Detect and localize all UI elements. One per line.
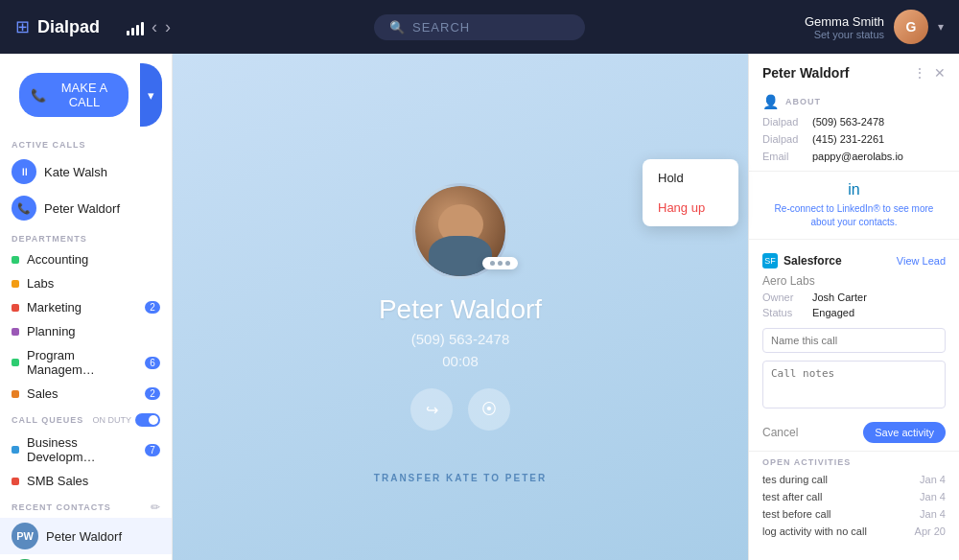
queue-business-dev[interactable]: Business Developm… 7 [0, 431, 172, 469]
call-name-input[interactable] [762, 328, 946, 353]
user-name: Gemma Smith [805, 14, 884, 29]
sf-status-value: Engaged [812, 307, 854, 318]
bar2 [131, 28, 134, 35]
labs-label: Labs [27, 276, 160, 291]
labs-dot [12, 280, 19, 288]
panel-title: Peter Waldorf [762, 65, 850, 81]
panel-actions: ⋮ ✕ [913, 65, 946, 81]
hangup-option[interactable]: Hang up [643, 193, 738, 222]
voicemail-button[interactable]: ⦿ [468, 388, 510, 431]
dept-accounting[interactable]: Accounting [0, 247, 172, 271]
active-call-kate[interactable]: ⏸ Kate Walsh [0, 153, 172, 190]
sf-owner-value: Josh Carter [812, 292, 867, 303]
dot3 [505, 261, 510, 266]
save-activity-button[interactable]: Save activity [863, 422, 946, 443]
edit-contacts-icon[interactable]: ✏ [151, 501, 160, 514]
right-panel: Peter Waldorf ⋮ ✕ 👤 ABOUT Dialpad (509) … [748, 54, 959, 560]
main-layout: 📞 MAKE A CALL ▾ ACTIVE CALLS ⏸ Kate Wals… [0, 54, 959, 560]
options-bubble[interactable] [482, 257, 518, 269]
dept-planning[interactable]: Planning [0, 319, 172, 343]
activity-row-3: test before call Jan 4 [749, 505, 959, 523]
forward-button[interactable]: › [165, 17, 171, 37]
caller-number: (509) 563-2478 [411, 331, 510, 347]
dot2 [498, 261, 503, 266]
transfer-button[interactable]: ↪ [410, 388, 453, 431]
linkedin-section: in Re-connect to LinkedIn® to see more a… [749, 171, 959, 240]
salesforce-title: Salesforce [784, 254, 842, 268]
business-dev-label: Business Developm… [27, 435, 137, 464]
active-calls-label: ACTIVE CALLS [0, 132, 172, 153]
call-notes-input[interactable] [762, 361, 946, 408]
search-bar[interactable]: 🔍 SEARCH [374, 14, 585, 40]
activity-date-2: Jan 4 [920, 491, 946, 502]
pause-icon: ⏸ [12, 159, 36, 184]
call-timer: 00:08 [442, 353, 479, 369]
activity-name-1: tes during call [762, 474, 828, 485]
marketing-badge: 2 [145, 301, 160, 314]
dialpad-value-1: (509) 563-2478 [812, 116, 884, 128]
planning-label: Planning [27, 324, 160, 338]
dept-labs[interactable]: Labs [0, 271, 172, 295]
activity-row-1: tes during call Jan 4 [749, 471, 959, 488]
recent-contacts-label: RECENT CONTACTS [12, 502, 111, 512]
sidebar: 📞 MAKE A CALL ▾ ACTIVE CALLS ⏸ Kate Wals… [0, 54, 173, 560]
make-call-label: MAKE A CALL [52, 81, 117, 109]
dept-sales[interactable]: Sales 2 [0, 382, 172, 406]
contact-peter-waldorf[interactable]: PW Peter Waldorf [0, 518, 172, 554]
accounting-dot [12, 256, 19, 264]
open-activities-label: OPEN ACTIVITIES [749, 451, 959, 471]
logo-area: ⊞ Dialpad [15, 16, 100, 37]
peter-avatar: PW [12, 523, 38, 549]
call-queues-header: CALL QUEUES ON DUTY [0, 406, 172, 431]
marketing-dot [12, 304, 19, 312]
search-icon: 🔍 [389, 20, 405, 35]
chevron-down-icon[interactable]: ▾ [938, 20, 944, 34]
more-options-icon[interactable]: ⋮ [913, 65, 926, 81]
back-button[interactable]: ‹ [152, 17, 157, 37]
activity-btn-row: Cancel Save activity [749, 418, 959, 451]
hold-option[interactable]: Hold [643, 163, 738, 193]
avatar[interactable]: G [894, 10, 928, 44]
top-nav: ⊞ Dialpad ‹ › 🔍 SEARCH Gemma Smith Set y… [0, 0, 959, 54]
activity-date-1: Jan 4 [920, 474, 946, 485]
dot1 [490, 261, 495, 266]
marketing-label: Marketing [27, 300, 137, 315]
sf-title-area: SF Salesforce [762, 253, 842, 268]
linkedin-icon: in [762, 181, 946, 198]
dialpad-row-1: Dialpad (509) 563-2478 [749, 113, 959, 130]
panel-header: Peter Waldorf ⋮ ✕ [749, 54, 959, 88]
make-call-dropdown[interactable]: ▾ [140, 63, 162, 127]
dialpad-label-1: Dialpad [762, 116, 805, 128]
peter-contact-name: Peter Waldorf [46, 529, 122, 544]
business-dev-dot [12, 446, 19, 454]
dialpad-label-2: Dialpad [762, 133, 805, 145]
view-lead-link[interactable]: View Lead [897, 255, 946, 267]
dept-marketing[interactable]: Marketing 2 [0, 295, 172, 319]
planning-dot [12, 328, 19, 336]
email-row: Email pappy@aerolabs.io [749, 148, 959, 165]
dept-program-management[interactable]: Program Managem… 6 [0, 343, 172, 382]
queue-smb-sales[interactable]: SMB Sales [0, 469, 172, 493]
person-icon: 👤 [762, 94, 780, 109]
cancel-button[interactable]: Cancel [762, 426, 798, 439]
bar4 [141, 22, 144, 35]
activity-row-4: log activity with no call Apr 20 [749, 523, 959, 540]
call-avatar-container [412, 183, 508, 279]
program-mgmt-badge: 6 [145, 357, 160, 369]
on-duty-toggle[interactable] [135, 413, 160, 427]
email-label: Email [762, 151, 805, 162]
sf-status-label: Status [762, 307, 805, 318]
dialpad-icon: ⊞ [15, 16, 30, 37]
bar3 [136, 25, 139, 35]
make-call-button[interactable]: 📞 MAKE A CALL [19, 73, 129, 117]
main-content: Hold Hang up Peter Waldorf (509) 563-247… [173, 54, 748, 560]
user-status: Set your status [805, 29, 884, 40]
dialpad-value-2: (415) 231-2261 [812, 133, 884, 145]
close-icon[interactable]: ✕ [934, 65, 946, 81]
sf-owner-row: Owner Josh Carter [749, 290, 959, 305]
dialpad-row-2: Dialpad (415) 231-2261 [749, 130, 959, 148]
linkedin-text: Re-connect to LinkedIn® to see more abou… [762, 202, 946, 229]
contact-leo-fink[interactable]: LF Leo Fink [0, 554, 172, 560]
sales-dot [12, 390, 19, 398]
active-call-peter[interactable]: 📞 Peter Waldorf [0, 190, 172, 226]
